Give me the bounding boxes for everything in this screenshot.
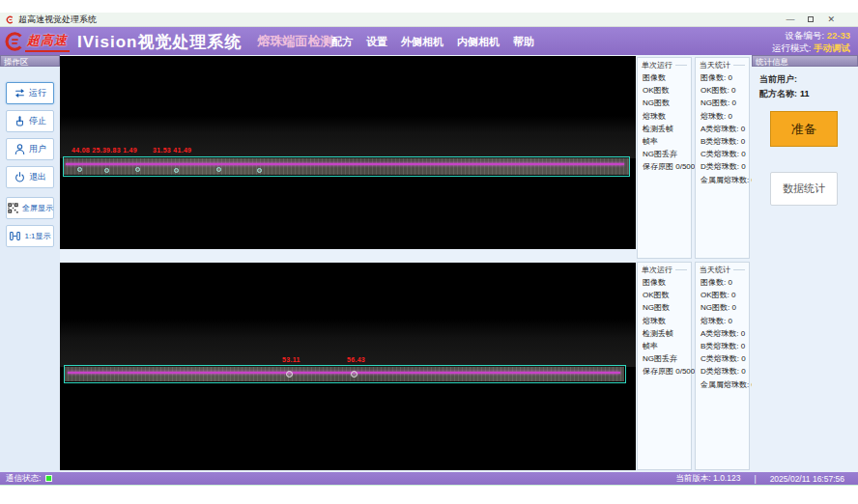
stat-row: A类熔珠数: 0 xyxy=(701,327,747,340)
maximize-icon[interactable] xyxy=(808,16,814,22)
today-stats-rows: 图像数: 0OK图数: 0NG图数: 0熔珠数: 0A类熔珠数: 0B类熔珠数:… xyxy=(701,71,747,186)
stat-row: 图像数 xyxy=(643,276,689,289)
defect-marker xyxy=(135,167,140,172)
stat-row: 熔珠数 xyxy=(643,110,689,123)
exit-button-label: 退出 xyxy=(29,171,46,183)
run-button[interactable]: 运行 xyxy=(6,82,54,104)
operation-sidebar: 操作区 运行 停止 用户 xyxy=(0,55,60,472)
card-title: 单次运行 xyxy=(642,265,687,275)
stat-row: 熔珠数: 0 xyxy=(701,110,747,123)
today-stats-rows: 图像数: 0OK图数: 0NG图数: 0熔珠数: 0A类熔珠数: 0B类熔珠数:… xyxy=(701,276,747,391)
sidebar-title: 操作区 xyxy=(0,55,60,67)
stat-row: 检测丢帧 xyxy=(643,123,689,135)
stat-row: 帧率 xyxy=(643,340,689,352)
stat-row: 保存原图 0/500 xyxy=(643,160,689,173)
today-stats-card-bottom: 当天统计 图像数: 0OK图数: 0NG图数: 0熔珠数: 0A类熔珠数: 0B… xyxy=(695,262,750,470)
user-button-label: 用户 xyxy=(29,143,46,155)
brand-text: 超高速 xyxy=(25,32,70,52)
data-statistics-button[interactable]: 数据统计 xyxy=(770,172,838,206)
single-run-rows: 图像数OK图数NG图数熔珠数检测丢帧帧率NG图丢弃保存原图 0/500 xyxy=(643,71,689,174)
menu-help[interactable]: 帮助 xyxy=(513,35,534,49)
user-button[interactable]: 用户 xyxy=(6,138,54,160)
menu-settings[interactable]: 设置 xyxy=(366,35,387,49)
current-user-label: 当前用户: xyxy=(759,74,797,84)
recipe-name-label: 配方名称: xyxy=(759,89,797,98)
menu-recipe[interactable]: 配方 xyxy=(331,35,353,49)
defect-marker xyxy=(257,168,262,173)
stat-row: NG图数 xyxy=(643,97,689,109)
measurement-annotation: 56.43 xyxy=(347,356,365,363)
defect-marker xyxy=(174,168,179,173)
minimize-icon[interactable]: — xyxy=(786,15,794,24)
status-separator: | xyxy=(754,474,756,484)
header-info: 设备编号: 22-33 运行模式: 手动调试 xyxy=(772,29,850,54)
single-run-card-bottom: 单次运行 图像数OK图数NG图数熔珠数检测丢帧帧率NG图丢弃保存原图 0/500 xyxy=(637,262,692,470)
app-logo-icon xyxy=(6,15,14,24)
stat-row: NG图数: 0 xyxy=(701,301,747,314)
one-to-one-icon xyxy=(9,230,21,242)
user-icon xyxy=(14,143,26,155)
comm-status-label: 通信状态: xyxy=(6,473,41,485)
brand: 超高速 xyxy=(0,31,70,52)
menu-bar: 配方 设置 外侧相机 内侧相机 帮助 xyxy=(331,27,534,56)
app-title: IVision视觉处理系统 xyxy=(77,31,242,53)
power-icon xyxy=(14,171,26,183)
one-to-one-button-label: 1:1显示 xyxy=(24,231,50,241)
comm-status-indicator xyxy=(45,475,52,482)
stat-row: A类熔珠数: 0 xyxy=(701,123,747,135)
stat-row: D类熔珠数: 0 xyxy=(701,160,747,173)
measurement-annotation: 53.11 xyxy=(282,356,300,363)
stop-hand-icon xyxy=(14,115,26,127)
exit-button[interactable]: 退出 xyxy=(6,166,54,188)
stat-row: NG图丢弃 xyxy=(643,352,689,365)
version-value: 1.0.123 xyxy=(713,473,740,483)
status-datetime: 2025/02/11 16:57:56 xyxy=(770,474,844,484)
stat-row: 熔珠数 xyxy=(643,315,689,327)
menu-inner-camera[interactable]: 内侧相机 xyxy=(457,35,500,49)
stat-row: 图像数: 0 xyxy=(701,71,747,84)
single-run-rows: 图像数OK图数NG图数熔珠数检测丢帧帧率NG图丢弃保存原图 0/500 xyxy=(643,276,689,378)
image-haze xyxy=(60,116,636,158)
stat-row: 保存原图 0/500 xyxy=(643,365,689,378)
os-titlebar: 超高速视觉处理系统 — ✕ xyxy=(0,13,858,27)
close-icon[interactable]: ✕ xyxy=(827,15,835,24)
prepare-button[interactable]: 准备 xyxy=(770,111,838,147)
card-title: 当天统计 xyxy=(700,265,745,275)
camera-viewport-top[interactable]: 44.08 25.39.83 1.49 31.53 41.49 xyxy=(60,56,636,249)
brand-swirl-icon xyxy=(4,31,25,52)
stat-row: NG图数 xyxy=(643,301,689,314)
stop-button-label: 停止 xyxy=(29,115,46,127)
defect-marker xyxy=(104,168,109,173)
fullscreen-button-label: 全屏显示 xyxy=(22,203,53,213)
window-title: 超高速视觉处理系统 xyxy=(18,14,97,26)
stat-row: OK图数: 0 xyxy=(701,84,747,97)
stat-row: OK图数 xyxy=(643,84,689,97)
stat-row: D类熔珠数: 0 xyxy=(701,365,747,378)
stat-row: 图像数: 0 xyxy=(701,276,747,289)
defect-marker xyxy=(216,167,221,172)
stop-button[interactable]: 停止 xyxy=(6,110,54,132)
recipe-name-value: 11 xyxy=(800,89,810,98)
measurement-annotation: 31.53 41.49 xyxy=(153,147,191,154)
status-bar: 通信状态: 当前版本: 1.0.123 | 2025/02/11 16:57:5… xyxy=(0,472,858,486)
card-title: 单次运行 xyxy=(642,60,687,70)
device-number-label: 设备编号: xyxy=(785,30,824,41)
stat-row: C类熔珠数: 0 xyxy=(701,352,747,365)
stat-row: 熔珠数: 0 xyxy=(701,315,747,327)
stat-row: B类熔珠数: 0 xyxy=(701,340,747,352)
camera-viewport-bottom[interactable]: 53.11 56.43 xyxy=(60,263,636,470)
one-to-one-button[interactable]: 1:1显示 xyxy=(6,225,54,247)
stat-row: OK图数 xyxy=(643,289,689,301)
run-mode-label: 运行模式: xyxy=(772,42,812,53)
defect-marker xyxy=(77,167,82,172)
application-window: 超高速视觉处理系统 — ✕ 超高速 IVision视觉处理系统 熔珠端面检测 配… xyxy=(0,0,858,504)
menu-outer-camera[interactable]: 外侧相机 xyxy=(401,35,443,49)
run-cycle-icon xyxy=(14,87,26,99)
stat-row: OK图数: 0 xyxy=(701,289,747,301)
detection-rect xyxy=(63,156,630,177)
stat-row: NG图数: 0 xyxy=(701,97,747,109)
fullscreen-button[interactable]: 全屏显示 xyxy=(6,197,54,219)
device-number-value: 22-33 xyxy=(827,30,850,41)
detection-rect xyxy=(64,365,626,383)
statistics-info-panel: 统计信息 当前用户: 配方名称:11 准备 数据统计 xyxy=(752,55,858,472)
